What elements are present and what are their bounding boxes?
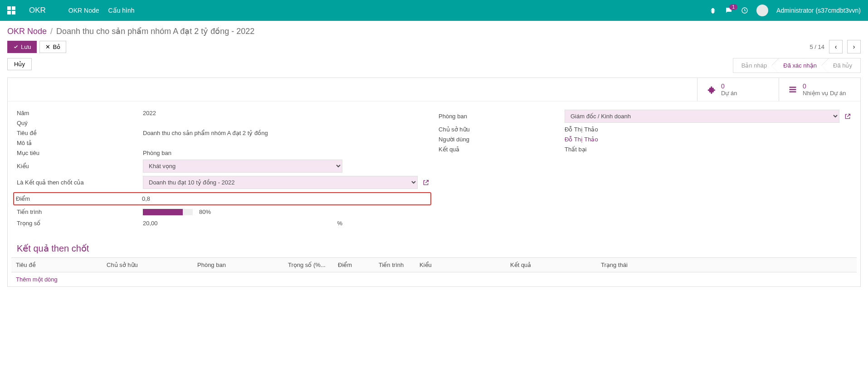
value-title: Doanh thu cho sản phẩm nhóm A đạt 2 tỷ đ… — [143, 130, 429, 136]
value-objective: Phòng ban — [143, 150, 429, 156]
input-score[interactable] — [142, 194, 341, 203]
stat-row: 0 Dự án 0 Nhiệm vụ Dự án — [8, 78, 860, 102]
label-department: Phòng ban — [439, 113, 565, 120]
user-name[interactable]: Administrator (s37cmdbt3vvn) — [776, 7, 861, 14]
external-link-icon[interactable] — [422, 179, 429, 186]
col-progress: Tiến trình — [374, 258, 415, 272]
col-type: Kiểu — [415, 258, 506, 272]
puzzle-icon — [707, 85, 716, 94]
svg-rect-1 — [790, 87, 796, 88]
app-name[interactable]: OKR — [29, 6, 46, 15]
label-progress: Tiến trình — [17, 208, 143, 215]
form-sheet: 0 Dự án 0 Nhiệm vụ Dự án Năm2022 Quý Tiê… — [7, 78, 861, 287]
stat-tasks-count: 0 — [803, 82, 846, 90]
topbar-left: OKR OKR Node Cấu hình — [7, 6, 135, 15]
pager: 5 / 14 ‹ › — [809, 40, 861, 53]
col-title: Tiêu đề — [11, 258, 102, 272]
pager-prev[interactable]: ‹ — [829, 40, 843, 53]
label-title: Tiêu đề — [17, 130, 143, 136]
right-column: Phòng banGiám đốc / Kinh doanh Chủ sở hữ… — [439, 110, 851, 231]
label-score: Điểm — [16, 195, 142, 202]
form-body: Năm2022 Quý Tiêu đềDoanh thu cho sản phẩ… — [8, 102, 860, 239]
select-department[interactable]: Giám đốc / Kinh doanh — [565, 110, 839, 123]
label-quarter: Quý — [17, 120, 143, 126]
select-type[interactable]: Khát vọng — [143, 160, 342, 173]
table-row: Thêm một dòng — [11, 272, 857, 287]
status-cancelled[interactable]: Đã hủy — [825, 58, 860, 73]
kr-section-title: Kết quả then chốt — [8, 239, 860, 257]
value-owner: Đỗ Thị Thảo — [565, 126, 851, 133]
progress-bar — [143, 209, 193, 215]
save-button[interactable]: Lưu — [7, 41, 37, 53]
apps-icon[interactable] — [7, 6, 15, 15]
bug-icon[interactable] — [709, 7, 717, 14]
status-row: Hủy Bản nháp Đã xác nhận Đã hủy — [0, 58, 868, 73]
stat-projects[interactable]: 0 Dự án — [697, 78, 779, 101]
label-description: Mô tả — [17, 140, 143, 146]
col-weight: Trọng số (%... — [283, 258, 333, 272]
breadcrumb-root[interactable]: OKR Node — [7, 27, 47, 36]
status-bar: Bản nháp Đã xác nhận Đã hủy — [733, 58, 861, 73]
value-result: Thất bại — [565, 146, 851, 153]
stat-tasks-label: Nhiệm vụ Dự án — [803, 90, 846, 97]
col-owner: Chủ sở hữu — [102, 258, 193, 272]
label-objective: Mục tiêu — [17, 150, 143, 156]
left-column: Năm2022 Quý Tiêu đềDoanh thu cho sản phẩ… — [17, 110, 429, 231]
select-kr-of[interactable]: Doanh thu đạt 10 tỷ đồng - 2022 — [143, 176, 418, 189]
col-result: Kết quả — [506, 258, 596, 272]
col-state: Trạng thái — [596, 258, 857, 272]
label-type: Kiểu — [17, 163, 143, 170]
stat-projects-label: Dự án — [721, 90, 737, 97]
status-draft[interactable]: Bản nháp — [733, 58, 775, 73]
weight-unit: % — [337, 220, 342, 227]
progress-percent: 80% — [199, 208, 211, 215]
col-dept: Phòng ban — [193, 258, 283, 272]
svg-rect-2 — [790, 89, 796, 90]
value-year: 2022 — [143, 110, 429, 116]
nav-okr-node[interactable]: OKR Node — [68, 7, 99, 14]
label-year: Năm — [17, 110, 143, 116]
external-link-icon[interactable] — [844, 113, 851, 120]
chat-icon[interactable]: 1 — [725, 6, 733, 15]
score-highlight: Điểm — [13, 192, 431, 205]
label-owner: Chủ sở hữu — [439, 126, 565, 133]
discard-button[interactable]: ✕ Bỏ — [39, 41, 66, 53]
col-score: Điểm — [333, 258, 374, 272]
input-weight[interactable] — [143, 218, 337, 228]
label-weight: Trọng số — [17, 220, 143, 227]
status-confirmed[interactable]: Đã xác nhận — [775, 58, 825, 73]
nav-config[interactable]: Cấu hình — [108, 7, 135, 14]
action-row: Lưu ✕ Bỏ 5 / 14 ‹ › — [0, 40, 868, 58]
notification-badge: 1 — [729, 4, 737, 10]
breadcrumb: OKR Node / Doanh thu cho sản phẩm nhóm A… — [0, 21, 868, 40]
value-user[interactable]: Đỗ Thị Thảo — [565, 136, 851, 143]
topbar: OKR OKR Node Cấu hình 1 Administrator (s… — [0, 0, 868, 21]
label-user: Người dùng — [439, 136, 565, 143]
kr-table: Tiêu đề Chủ sở hữu Phòng ban Trọng số (%… — [11, 257, 857, 286]
close-icon: ✕ — [45, 44, 50, 50]
topbar-right: 1 Administrator (s37cmdbt3vvn) — [709, 5, 861, 16]
stat-tasks[interactable]: 0 Nhiệm vụ Dự án — [779, 78, 860, 101]
label-result: Kết quả — [439, 146, 565, 153]
cancel-button[interactable]: Hủy — [7, 58, 32, 70]
avatar[interactable] — [756, 5, 768, 16]
breadcrumb-current: Doanh thu cho sản phẩm nhóm A đạt 2 tỷ đ… — [56, 26, 254, 36]
progress-fill — [143, 209, 183, 215]
pager-next[interactable]: › — [847, 40, 861, 53]
svg-rect-3 — [790, 91, 796, 92]
label-kr-of: Là Kết quả then chốt của — [17, 179, 143, 186]
add-line-link[interactable]: Thêm một dòng — [16, 276, 58, 283]
clock-icon[interactable] — [741, 7, 748, 14]
stat-projects-count: 0 — [721, 82, 737, 90]
list-icon — [788, 85, 797, 94]
pager-text: 5 / 14 — [809, 44, 824, 50]
